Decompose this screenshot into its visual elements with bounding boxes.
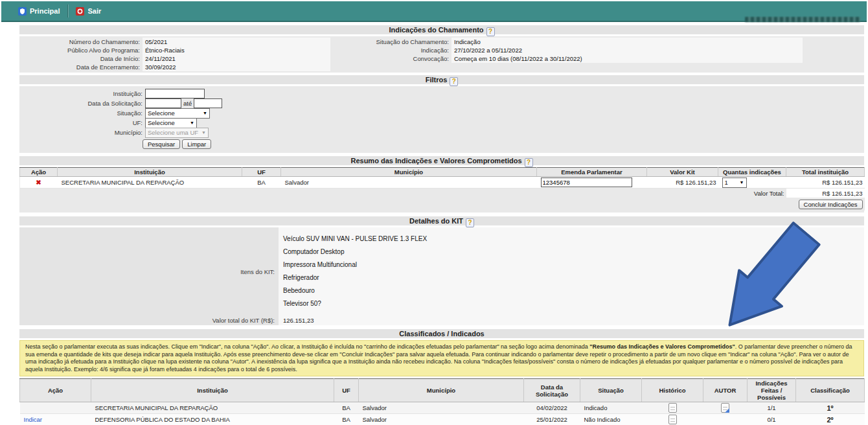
resumo-panel: Ação Instituição UF Município Emenda Par… xyxy=(19,167,864,212)
autor-lupa-icon[interactable] xyxy=(721,403,729,413)
classificados-table: Ação Instituição UF Município Data da So… xyxy=(19,378,865,425)
page-title: Indicações do Chamamento xyxy=(389,26,483,34)
valor-total-label: Valor Total: xyxy=(20,189,786,198)
instituicao-input[interactable] xyxy=(145,89,205,98)
data-encerramento-value: 30/09/2022 xyxy=(143,63,330,71)
section-title-filtros: Filtros? xyxy=(19,75,864,84)
shield-icon xyxy=(18,7,27,16)
instituicao-cell: DEFENSORIA PÚBLICA DO ESTADO DA BAHIA xyxy=(91,414,334,425)
help-icon[interactable]: ? xyxy=(450,77,458,86)
remove-indication-icon[interactable]: ✖ xyxy=(36,179,41,186)
quantas-select[interactable]: 1▼ xyxy=(722,178,747,188)
kit-item: Computador Desktop xyxy=(283,248,864,255)
kit-block: Itens do KIT: Veículo SUV MINI VAN - PUL… xyxy=(19,227,864,325)
col-municipio: Município xyxy=(359,379,524,402)
kit-item: Veículo SUV MINI VAN - PULSE DRIVE 1.3 F… xyxy=(283,235,864,242)
kit-item: Televisor 50? xyxy=(283,300,864,307)
situacao-chamamento-value: Indicação xyxy=(451,38,803,46)
table-row: SECRETARIA MUNICIPAL DA REPARAÇÃO BA Sal… xyxy=(20,402,865,414)
field-label: Indicação: xyxy=(330,47,451,54)
uf-select[interactable]: Selecione▼ xyxy=(145,118,197,128)
data-solicitacao-label: Data da Solicitação: xyxy=(19,100,145,107)
classificados-header-row: Ação Instituição UF Município Data da So… xyxy=(20,379,865,402)
col-situacao: Situação xyxy=(580,379,642,402)
col-data-solicitacao: Data da Solicitação xyxy=(524,379,580,402)
resumo-header-row: Ação Instituição UF Município Emenda Par… xyxy=(20,168,865,177)
convocacao-value: Começa em 10 dias (08/11/2022 a 30/11/20… xyxy=(451,54,803,63)
menu-item-sair[interactable]: Sair xyxy=(68,1,109,21)
feitas-cell: 0/1 xyxy=(748,414,796,425)
situacao-select[interactable]: Selecione▼ xyxy=(145,108,210,119)
pesquisar-button[interactable]: Pesquisar xyxy=(143,139,180,149)
menu-item-principal[interactable]: Principal xyxy=(10,1,67,21)
kit-item: Bebedouro xyxy=(283,287,864,294)
feitas-cell: 1/1 xyxy=(748,402,796,414)
table-row: Indicar DEFENSORIA PÚBLICA DO ESTADO DA … xyxy=(20,414,865,425)
section-title-classificados: Classificados / Indicados xyxy=(19,329,864,338)
concluir-indicacoes-button[interactable]: Concluir Indicações xyxy=(799,200,863,209)
field-label: Situação do Chamamento: xyxy=(330,38,451,45)
col-municipio: Município xyxy=(281,168,537,177)
kit-item: Impressora Multifuncional xyxy=(283,261,864,268)
indicacao-periodo-value: 27/10/2022 a 05/11/2022 xyxy=(451,46,803,54)
help-icon[interactable]: ? xyxy=(486,27,495,36)
chevron-down-icon: ▼ xyxy=(190,121,194,125)
classificacao-cell: 2º xyxy=(796,414,865,425)
col-valor-kit: Valor Kit xyxy=(647,168,718,177)
limpar-button[interactable]: Limpar xyxy=(182,139,211,149)
historico-icon[interactable] xyxy=(668,415,677,424)
notice-text: Nesta seção o parlamentar executa as sua… xyxy=(25,343,589,350)
kit-items-list: Veículo SUV MINI VAN - PULSE DRIVE 1.3 F… xyxy=(279,227,864,316)
uf-selected: Selecione xyxy=(148,119,175,126)
help-icon[interactable]: ? xyxy=(466,218,474,227)
emenda-input[interactable] xyxy=(541,178,632,187)
municipio-selected: Selecione uma UF xyxy=(148,129,198,136)
resumo-title: Resumo das Indicações e Valores Comprome… xyxy=(350,157,521,165)
notice-bold-text: "Resumo das Indicações e Valores Comprom… xyxy=(589,343,735,350)
uf-cell: BA xyxy=(334,402,359,414)
situacao-selected: Selecione xyxy=(148,109,175,117)
municipio-cell: Salvador xyxy=(359,402,524,414)
historico-icon[interactable] xyxy=(668,403,677,413)
publico-alvo-value: Étnico-Raciais xyxy=(143,46,330,54)
col-acao: Ação xyxy=(20,379,91,402)
data-inicio-value: 24/11/2021 xyxy=(143,54,330,63)
municipio-label: Município: xyxy=(19,129,145,136)
resumo-uf: BA xyxy=(242,177,281,189)
field-label: Convocação: xyxy=(330,55,451,62)
uf-label: UF: xyxy=(19,119,145,126)
col-classificacao: Classificação xyxy=(796,379,865,402)
quantas-selected: 1 xyxy=(725,179,728,186)
kit-valor-label: Valor total do KIT (R$): xyxy=(19,316,279,325)
data-cell: 25/01/2022 xyxy=(524,414,580,425)
section-title-kit: Detalhes do KIT? xyxy=(19,216,864,225)
situacao-label: Situação: xyxy=(19,109,145,117)
situacao-cell: Indicado xyxy=(580,402,642,414)
resumo-instituicao: SECRETARIA MUNICIPAL DA REPARAÇÃO xyxy=(58,177,242,189)
data-inicio-input[interactable] xyxy=(145,98,181,108)
numero-chamamento-value: 05/2021 xyxy=(143,38,330,46)
chamamento-details: Número do Chamamento: 05/2021 Público Al… xyxy=(19,36,864,73)
chamamento-details-right: Situação do Chamamento: Indicação Indica… xyxy=(330,38,864,71)
resumo-actions-row: Concluir Indicações xyxy=(20,198,865,211)
municipio-cell: Salvador xyxy=(359,414,524,425)
indicar-link[interactable]: Indicar xyxy=(24,416,43,423)
resumo-row: ✖ SECRETARIA MUNICIPAL DA REPARAÇÃO BA S… xyxy=(20,177,865,189)
chamamento-details-left: Número do Chamamento: 05/2021 Público Al… xyxy=(19,38,330,71)
col-quantas: Quantas indicações xyxy=(718,168,786,177)
section-title-resumo: Resumo das Indicações e Valores Comprome… xyxy=(19,156,864,165)
field-label: Público Alvo do Programa: xyxy=(19,47,143,54)
col-autor: AUTOR xyxy=(703,379,748,402)
resumo-total: R$ 126.151,23 xyxy=(786,177,865,189)
municipio-select: Selecione uma UF▼ xyxy=(145,128,209,138)
chevron-down-icon: ▼ xyxy=(740,180,744,185)
data-fim-input[interactable] xyxy=(194,98,222,108)
menu-label-sair: Sair xyxy=(87,7,101,15)
col-uf: UF xyxy=(242,168,281,177)
help-icon[interactable]: ? xyxy=(525,158,533,167)
page-content: Indicações do Chamamento? Número do Cham… xyxy=(19,25,864,425)
data-cell: 04/02/2022 xyxy=(524,402,580,414)
resumo-valor-kit: R$ 126.151,23 xyxy=(647,177,718,189)
field-label: Data de Início: xyxy=(19,55,143,62)
instituicao-label: Instituição: xyxy=(19,90,145,97)
